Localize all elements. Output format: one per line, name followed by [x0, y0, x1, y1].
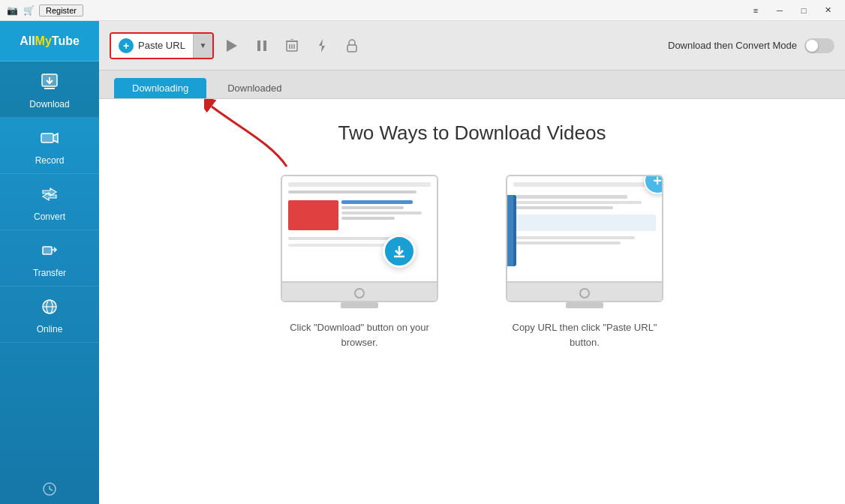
svg-rect-21	[347, 45, 356, 52]
minimize-button[interactable]: ─	[768, 2, 791, 19]
titlebar: 📷 🛒 Register ≡ ─ □ ✕	[0, 0, 845, 21]
download-convert-toggle[interactable]	[804, 38, 834, 53]
screen-gray-bar1	[341, 206, 404, 209]
content-title: Two Ways to Download Videos	[338, 122, 606, 145]
screen2-row	[513, 195, 656, 244]
close-button[interactable]: ✕	[816, 2, 839, 19]
paste-url-label: Paste URL	[138, 40, 185, 51]
transfer-nav-icon	[40, 241, 59, 265]
screen2-col	[513, 195, 656, 244]
screen-bar-1	[288, 182, 431, 187]
sidebar-clock-icon[interactable]	[0, 474, 99, 504]
main-content: + Paste URL ▼ Download the	[99, 21, 845, 504]
way2-monitor-stand	[507, 281, 662, 302]
screen-gray-bar2	[341, 212, 422, 214]
svg-line-10	[50, 489, 53, 490]
delete-button[interactable]	[280, 34, 304, 58]
screen2-bar3	[513, 206, 613, 209]
screen-bar-2	[288, 190, 416, 194]
way1-screen-content	[282, 176, 437, 281]
film-strip	[506, 195, 516, 266]
way2-monitor-circle	[579, 288, 590, 298]
svg-rect-13	[263, 40, 266, 51]
paste-url-plus-icon: +	[119, 38, 134, 53]
sidebar-item-transfer[interactable]: Transfer	[0, 230, 99, 286]
convert-nav-icon	[40, 184, 59, 208]
record-nav-icon	[40, 128, 59, 152]
online-nav-icon	[40, 297, 59, 321]
way1-monitor	[281, 175, 438, 308]
sidebar-item-convert-label: Convert	[34, 212, 65, 222]
app-logo: AllMyTube	[0, 21, 99, 62]
screen2-bar5	[513, 242, 621, 244]
way2-screen-content	[507, 176, 662, 281]
sidebar-item-convert[interactable]: Convert	[0, 174, 99, 230]
svg-rect-4	[43, 247, 52, 254]
paste-url-dropdown-icon[interactable]: ▼	[193, 34, 212, 58]
svg-rect-3	[41, 134, 53, 142]
sidebar-item-online[interactable]: Online	[0, 286, 99, 343]
paste-url-main[interactable]: + Paste URL	[111, 34, 193, 58]
download-nav-icon	[40, 72, 59, 96]
boost-button[interactable]	[310, 34, 334, 58]
sidebar-item-record-label: Record	[35, 155, 65, 166]
sidebar-item-download[interactable]: Download	[0, 62, 99, 118]
sidebar-item-online-label: Online	[37, 324, 63, 334]
way1-item: Click "Download" button on your browser.	[277, 175, 442, 350]
tab-bar: Downloading Downloaded	[99, 70, 845, 99]
tab-downloaded[interactable]: Downloaded	[209, 78, 299, 98]
screen2-bar	[513, 195, 627, 199]
download-convert-mode: Download then Convert Mode	[668, 38, 834, 53]
titlebar-left-icons: 📷 🛒 Register	[6, 4, 83, 16]
toolbar: + Paste URL ▼ Download the	[99, 21, 845, 70]
paste-url-button[interactable]: + Paste URL ▼	[110, 32, 214, 59]
tab-downloading[interactable]: Downloading	[114, 78, 206, 98]
pause-button[interactable]	[250, 34, 274, 58]
svg-marker-20	[319, 39, 325, 52]
way2-monitor-foot	[566, 302, 603, 308]
screen2-bar-1	[513, 182, 656, 187]
way2-item: +	[502, 175, 667, 350]
screen-blue-bar	[341, 200, 413, 204]
screen-text-col	[341, 200, 432, 230]
screen-row	[288, 200, 431, 230]
register-button[interactable]: Register	[39, 4, 83, 16]
play-button[interactable]	[220, 34, 244, 58]
way1-monitor-stand	[282, 281, 437, 302]
way1-monitor-foot	[341, 302, 378, 308]
svg-marker-11	[227, 40, 237, 52]
app-container: AllMyTube Download Record	[0, 21, 845, 504]
screen2-bar4	[513, 236, 635, 239]
way2-monitor: +	[506, 175, 663, 308]
way1-monitor-screen	[281, 175, 438, 302]
sidebar-item-download-label: Download	[29, 99, 69, 110]
lock-button[interactable]	[340, 34, 364, 58]
download-convert-mode-label: Download then Convert Mode	[668, 40, 797, 51]
way1-monitor-circle	[354, 288, 365, 298]
sidebar-item-record[interactable]: Record	[0, 118, 99, 174]
way2-description: Copy URL then click "Paste URL" button.	[502, 320, 667, 350]
svg-rect-12	[257, 40, 260, 51]
webcam-icon[interactable]: 📷	[6, 4, 18, 16]
arrow-annotation	[204, 99, 302, 177]
way2-monitor-screen: +	[506, 175, 663, 302]
film-inner	[506, 195, 513, 266]
menu-button[interactable]: ≡	[744, 2, 767, 19]
content-area: Two Ways to Download Videos	[99, 99, 845, 504]
ways-container: Click "Download" button on your browser.	[277, 175, 667, 350]
screen-bar-4	[288, 244, 395, 247]
screen-gray-bar3	[341, 217, 395, 220]
sidebar-item-transfer-label: Transfer	[33, 268, 66, 278]
screen-red-block	[288, 200, 338, 230]
screen2-bar2	[513, 201, 642, 204]
download-overlay-icon	[383, 235, 416, 268]
cart-icon[interactable]: 🛒	[23, 4, 35, 16]
window-controls: ≡ ─ □ ✕	[744, 2, 839, 19]
screen2-content-block	[513, 214, 656, 231]
sidebar: AllMyTube Download Record	[0, 21, 99, 504]
maximize-button[interactable]: □	[792, 2, 815, 19]
way1-description: Click "Download" button on your browser.	[277, 320, 442, 350]
